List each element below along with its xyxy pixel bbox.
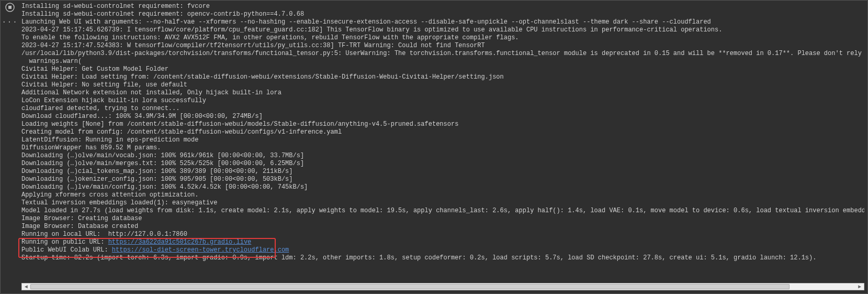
log-line: Textual inversion embeddings loaded(1): … bbox=[21, 199, 864, 207]
run-indicator-dots: ... bbox=[2, 16, 18, 25]
log-line: Public WebUI Colab URL: https://sol-diet… bbox=[21, 246, 864, 254]
log-line: Creating model from config: /content/sta… bbox=[21, 128, 864, 136]
log-line: Additional Network extension not install… bbox=[21, 89, 864, 97]
log-text: Running on public URL: bbox=[21, 238, 108, 246]
log-line: 2023-04-27 15:17:45.626739: I tensorflow… bbox=[21, 26, 864, 34]
log-line: Downloading (…)okenizer_config.json: 100… bbox=[21, 176, 864, 183]
log-line: Running on local URL: http://127.0.0.1:7… bbox=[21, 231, 864, 238]
log-link[interactable]: https://3a622da91c501c267b.gradio.live bbox=[108, 238, 252, 246]
log-line: Downloading (…)olve/main/vocab.json: 100… bbox=[21, 152, 864, 160]
scroll-left-arrow[interactable]: ◄ bbox=[22, 284, 30, 290]
log-line: DiffusionWrapper has 859.52 M params. bbox=[21, 144, 864, 152]
log-line: Downloading (…)lve/main/config.json: 100… bbox=[21, 183, 864, 191]
scroll-thumb[interactable] bbox=[30, 284, 790, 289]
log-line: Loading weights [None] from /content/sta… bbox=[21, 121, 864, 128]
svg-rect-1 bbox=[8, 6, 12, 9]
log-line: Civitai Helper: Load setting from: /cont… bbox=[21, 73, 864, 81]
log-link[interactable]: https://sol-diet-screen-tower.trycloudfl… bbox=[112, 246, 289, 254]
log-output[interactable]: Installing sd-webui-controlnet requireme… bbox=[21, 3, 864, 280]
log-line: Running on public URL: https://3a622da91… bbox=[21, 238, 864, 246]
log-line: warnings.warn( bbox=[21, 58, 864, 66]
log-line: /usr/local/lib/python3.9/dist-packages/t… bbox=[21, 50, 864, 58]
log-line: Startup time: 82.2s (import torch: 6.3s,… bbox=[21, 254, 864, 262]
log-text: Public WebUI Colab URL: bbox=[21, 246, 112, 254]
log-line: 2023-04-27 15:17:47.524383: W tensorflow… bbox=[21, 42, 864, 50]
cell-gutter: ... bbox=[1, 1, 19, 293]
log-line: To enable the following instructions: AV… bbox=[21, 34, 864, 42]
log-line: cloudflared detected, trying to connect.… bbox=[21, 105, 864, 113]
log-line: Downloading (…)cial_tokens_map.json: 100… bbox=[21, 168, 864, 176]
log-line: Image Browser: Creating database bbox=[21, 215, 864, 223]
output-cell: ... Installing sd-webui-controlnet requi… bbox=[0, 0, 868, 294]
log-line: Civitai Helper: No setting file, use def… bbox=[21, 81, 864, 89]
scroll-right-arrow[interactable]: ► bbox=[855, 284, 864, 290]
stop-icon[interactable] bbox=[5, 3, 15, 12]
log-line: LatentDiffusion: Running in eps-predicti… bbox=[21, 136, 864, 144]
horizontal-scrollbar[interactable]: ◄ ► bbox=[21, 283, 864, 290]
scroll-track[interactable] bbox=[30, 284, 855, 290]
log-line: Model loaded in 27.7s (load weights from… bbox=[21, 207, 864, 215]
log-line: Downloading (…)olve/main/merges.txt: 100… bbox=[21, 160, 864, 168]
log-line: Installing sd-webui-controlnet requireme… bbox=[21, 3, 864, 10]
log-line: Civitai Helper: Get Custom Model Folder bbox=[21, 66, 864, 73]
log-line: Launching Web UI with arguments: --no-ha… bbox=[21, 18, 864, 26]
log-line: Installing sd-webui-controlnet requireme… bbox=[21, 10, 864, 18]
log-line: Image Browser: Database created bbox=[21, 223, 864, 231]
log-line: Download cloudflared...: 100% 34.9M/34.9… bbox=[21, 113, 864, 121]
log-line: Applying xformers cross attention optimi… bbox=[21, 191, 864, 199]
log-line: LoCon Extension hijack built-in lora suc… bbox=[21, 97, 864, 105]
